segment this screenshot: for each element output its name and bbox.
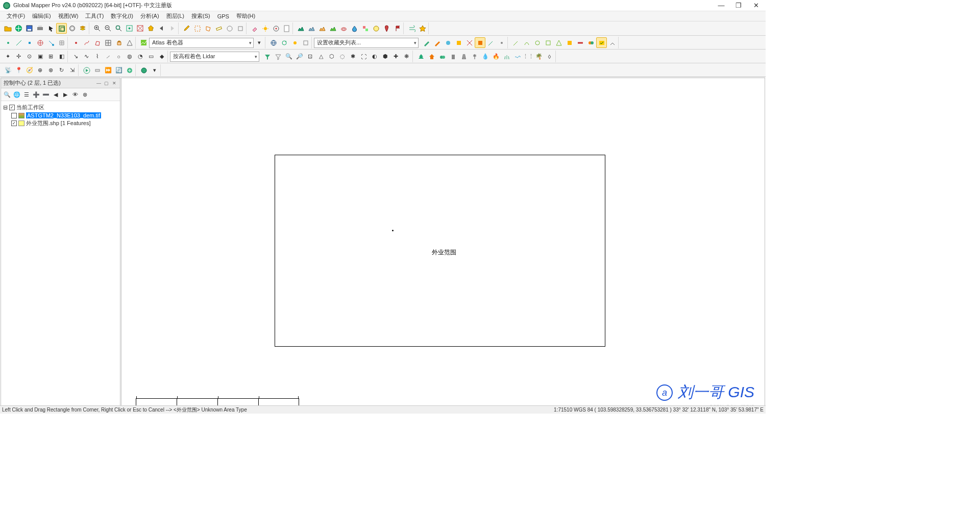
- check-sq-icon[interactable]: [596, 37, 607, 48]
- l1-icon[interactable]: ↘: [70, 51, 81, 62]
- panel-right-icon[interactable]: ▶: [61, 90, 70, 99]
- tree-layer1[interactable]: ASTGTM2_N33E103_dem.tif: [3, 112, 118, 119]
- q12-icon[interactable]: ❋: [401, 51, 412, 62]
- zoom-out-icon[interactable]: [103, 23, 113, 34]
- panel-zoom-icon[interactable]: 🔍: [3, 90, 12, 99]
- favorites-combo[interactable]: 设置收藏夹列表...: [314, 38, 419, 48]
- draw1-icon[interactable]: [510, 37, 521, 48]
- gps2-icon[interactable]: 📍: [13, 65, 24, 76]
- new-line-icon[interactable]: [81, 37, 92, 48]
- shader-dropdown-icon[interactable]: ▾: [254, 37, 264, 48]
- snap1-icon[interactable]: ✦: [3, 51, 13, 62]
- menu-search[interactable]: 搜索(S): [188, 11, 214, 21]
- tree-layer2[interactable]: 外业范围.shp [1 Features]: [3, 119, 118, 128]
- snap4-icon[interactable]: ▣: [35, 51, 45, 62]
- edit2-icon[interactable]: [432, 37, 443, 48]
- l2-icon[interactable]: ∿: [81, 51, 92, 62]
- menu-layer[interactable]: 图层(L): [163, 11, 188, 21]
- window-icon[interactable]: [56, 23, 67, 34]
- globe-icon[interactable]: [13, 23, 24, 34]
- gps1-icon[interactable]: 📡: [3, 65, 13, 76]
- q6-icon[interactable]: ◌: [337, 51, 348, 62]
- snap-end-icon[interactable]: [45, 37, 56, 48]
- draw5-icon[interactable]: [553, 37, 564, 48]
- q3-icon[interactable]: ⊡: [305, 51, 315, 62]
- layer1-checkbox[interactable]: [11, 113, 17, 118]
- symbol-icon[interactable]: [124, 37, 135, 48]
- q5-icon[interactable]: ⬡: [326, 51, 337, 62]
- open-icon[interactable]: [3, 23, 13, 34]
- gps4-icon[interactable]: ⊕: [35, 65, 45, 76]
- menu-tools[interactable]: 工具(T): [82, 11, 107, 21]
- panel-globe-icon[interactable]: 🌐: [12, 90, 21, 99]
- fwd-icon[interactable]: ⏩: [103, 65, 113, 76]
- expand-icon[interactable]: ⊟: [3, 104, 8, 111]
- cycle-icon[interactable]: 🔄: [113, 65, 124, 76]
- contour-icon[interactable]: [338, 23, 349, 34]
- panel-left-icon[interactable]: ◀: [51, 90, 60, 99]
- edit1-icon[interactable]: [421, 37, 432, 48]
- draw4-icon[interactable]: [543, 37, 553, 48]
- menu-view[interactable]: 视图(W): [55, 11, 82, 21]
- wind-icon[interactable]: [406, 23, 417, 34]
- edit4-icon[interactable]: [453, 37, 464, 48]
- menu-file[interactable]: 文件(F): [3, 11, 29, 21]
- raster-icon[interactable]: [360, 23, 371, 34]
- q7-icon[interactable]: ✱: [348, 51, 358, 62]
- l9-icon[interactable]: ◆: [156, 51, 167, 62]
- edit3-icon[interactable]: [443, 37, 453, 48]
- q2-icon[interactable]: 🔎: [294, 51, 305, 62]
- edit7-icon[interactable]: [485, 37, 496, 48]
- rec-icon[interactable]: [92, 65, 103, 76]
- panel-add-icon[interactable]: ➕: [32, 90, 41, 99]
- filter2-icon[interactable]: [273, 51, 283, 62]
- panel-eye-icon[interactable]: 👁: [70, 90, 80, 99]
- terrain2-icon[interactable]: [306, 23, 317, 34]
- gps6-icon[interactable]: ↻: [56, 65, 67, 76]
- snap-vertex-icon[interactable]: [24, 37, 35, 48]
- menu-help[interactable]: 帮助(H): [233, 11, 259, 21]
- sun2-icon[interactable]: [289, 37, 300, 48]
- l5-icon[interactable]: ○: [113, 51, 124, 62]
- shed-icon[interactable]: [371, 23, 381, 34]
- linecolor-icon[interactable]: [575, 37, 585, 48]
- gear-icon[interactable]: [67, 23, 78, 34]
- pan-icon[interactable]: [113, 37, 124, 48]
- l8-icon[interactable]: ▭: [145, 51, 156, 62]
- house-icon[interactable]: [426, 51, 437, 62]
- play-icon[interactable]: [81, 65, 92, 76]
- snap6-icon[interactable]: ◧: [56, 51, 67, 62]
- q10-icon[interactable]: ⬢: [380, 51, 390, 62]
- bush-icon[interactable]: [437, 51, 448, 62]
- globe3-icon[interactable]: [138, 65, 149, 76]
- panel-close-icon[interactable]: ⊗: [80, 90, 89, 99]
- pointer-icon[interactable]: [45, 23, 56, 34]
- zoom-extent-icon[interactable]: [124, 23, 135, 34]
- grass-icon[interactable]: [501, 51, 512, 62]
- dots-icon[interactable]: ⋮⋮: [523, 51, 533, 62]
- new-poly-icon[interactable]: [92, 37, 103, 48]
- pin2-icon[interactable]: [381, 23, 392, 34]
- q8-icon[interactable]: ⛶: [358, 51, 369, 62]
- l6-icon[interactable]: ◍: [124, 51, 135, 62]
- layers-icon[interactable]: [78, 23, 88, 34]
- zoom-selection-icon[interactable]: [135, 23, 145, 34]
- tree-icon[interactable]: [415, 51, 426, 62]
- filter-icon[interactable]: [262, 51, 273, 62]
- q11-icon[interactable]: ✚: [390, 51, 401, 62]
- snap-point-icon[interactable]: [3, 37, 13, 48]
- bldg-icon[interactable]: [448, 51, 458, 62]
- l7-icon[interactable]: ◔: [135, 51, 145, 62]
- layer2-checkbox[interactable]: [11, 120, 17, 126]
- close-button[interactable]: ✕: [752, 2, 760, 9]
- q9-icon[interactable]: ◐: [369, 51, 380, 62]
- draw2-icon[interactable]: [521, 37, 532, 48]
- menu-digitize[interactable]: 数字化(I): [107, 11, 136, 21]
- drop2-icon[interactable]: 💧: [480, 51, 491, 62]
- q4-icon[interactable]: △: [315, 51, 326, 62]
- prev-view-icon[interactable]: [156, 23, 167, 34]
- snap-line-icon[interactable]: [13, 37, 24, 48]
- drop-icon[interactable]: [349, 23, 360, 34]
- home-icon[interactable]: [145, 23, 156, 34]
- fillcolor-icon[interactable]: [564, 37, 575, 48]
